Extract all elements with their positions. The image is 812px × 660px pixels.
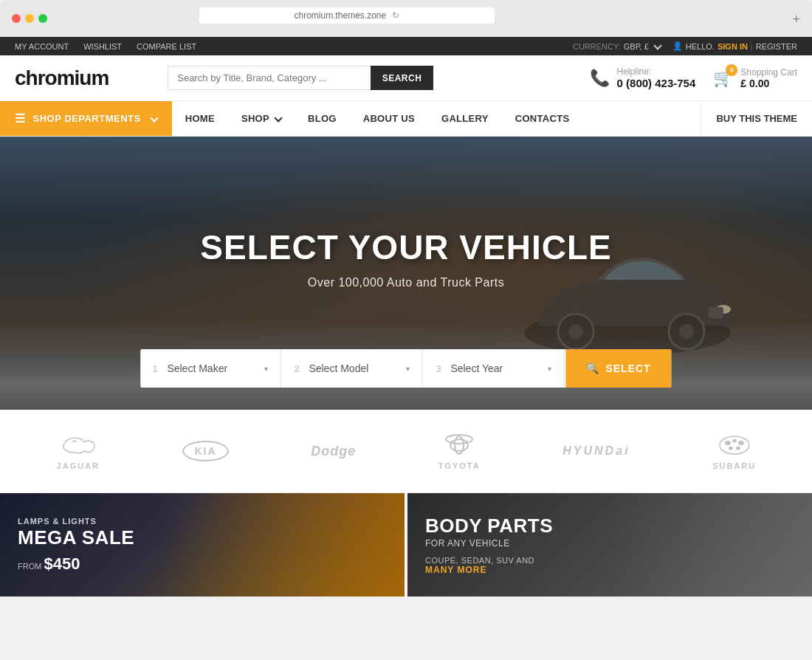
- shop-departments-label: SHOP DEPARTMENTS: [33, 113, 141, 124]
- separator: |: [751, 42, 753, 51]
- kia-logo: KIA: [182, 438, 228, 464]
- buy-theme-button[interactable]: BUY THIS THEME: [701, 103, 812, 134]
- cart-section[interactable]: 🛒 0 Shopping Cart £ 0.00: [713, 67, 797, 89]
- year-select[interactable]: Select Year: [450, 362, 545, 374]
- brand-hyundai[interactable]: HYUNDai: [562, 438, 630, 464]
- nav-blog[interactable]: BLOG: [295, 103, 350, 134]
- window-controls: [12, 8, 47, 30]
- shop-departments-chevron-icon: [150, 114, 158, 122]
- promo-card-lamps[interactable]: LAMPS & LIGHTS MEGA SALE FROM $450: [0, 493, 405, 597]
- logo[interactable]: chromium: [15, 66, 109, 90]
- cart-price: £ 0.00: [740, 78, 797, 89]
- promo-lamps-from: FROM $450: [18, 554, 134, 573]
- close-window-button[interactable]: [12, 14, 21, 23]
- kia-text: KIA: [182, 441, 228, 461]
- helpline-info: Helpline: 0 (800) 423-754: [617, 66, 696, 89]
- maximize-window-button[interactable]: [38, 14, 47, 23]
- toyota-logo: [441, 432, 478, 458]
- svg-point-15: [736, 447, 740, 450]
- svg-point-14: [729, 447, 733, 450]
- brand-subaru[interactable]: SUBARU: [712, 432, 756, 470]
- toyota-name: TOYOTA: [438, 461, 481, 470]
- year-step-num: 3: [436, 363, 444, 374]
- model-dropdown-icon: ▾: [406, 365, 410, 373]
- promo-section: LAMPS & LIGHTS MEGA SALE FROM $450 BODY …: [0, 493, 812, 597]
- select-button-label: SELECT: [605, 362, 650, 374]
- register-link[interactable]: REGISTER: [756, 42, 797, 51]
- nav-about[interactable]: ABOUT US: [350, 103, 428, 134]
- helpline-number: 0 (800) 423-754: [617, 77, 696, 89]
- svg-point-7: [450, 439, 468, 451]
- brand-toyota[interactable]: TOYOTA: [438, 432, 481, 470]
- nav-gallery[interactable]: GALLERY: [428, 103, 502, 134]
- new-tab-button[interactable]: +: [792, 12, 800, 27]
- promo-body-link[interactable]: MANY MORE: [425, 564, 553, 574]
- shop-dropdown-icon: [274, 114, 282, 122]
- currency-label: CURRENCY:: [573, 42, 621, 51]
- search-button[interactable]: SEARCH: [371, 66, 434, 90]
- top-bar-links: MY ACCOUNT WISHLIST COMPARE LIST: [15, 42, 196, 51]
- top-bar-right: CURRENCY: GBP, £ 👤 HELLO. SIGN IN | REGI…: [573, 41, 797, 51]
- search-area: SEARCH: [168, 66, 433, 90]
- compare-list-link[interactable]: COMPARE LIST: [137, 42, 196, 51]
- promo-body-detail: COUPE, SEDAN, SUV AND MANY MORE: [425, 555, 553, 574]
- subaru-name: SUBARU: [712, 461, 756, 470]
- vehicle-selector: 1 Select Maker ▾ 2 Select Model ▾ 3 Sele…: [140, 349, 671, 388]
- dodge-text: Dodge: [311, 444, 356, 459]
- hyundai-text: HYUNDai: [562, 444, 630, 458]
- user-section: 👤 HELLO. SIGN IN | REGISTER: [672, 41, 797, 51]
- refresh-icon[interactable]: ↻: [392, 10, 399, 21]
- minimize-window-button[interactable]: [25, 14, 34, 23]
- maker-select[interactable]: Select Maker: [167, 362, 261, 374]
- currency-selector[interactable]: CURRENCY: GBP, £: [573, 42, 661, 51]
- page-wrapper: MY ACCOUNT WISHLIST COMPARE LIST CURRENC…: [0, 37, 812, 597]
- shop-departments-button[interactable]: ☰ SHOP DEPARTMENTS: [0, 101, 172, 136]
- hero-content: SELECT YOUR VEHICLE Over 100,000 Auto an…: [200, 227, 611, 289]
- cart-label: Shopping Cart: [740, 67, 797, 78]
- hero-title: SELECT YOUR VEHICLE: [200, 227, 611, 267]
- select-search-icon: 🔍: [586, 362, 599, 374]
- maker-dropdown-icon: ▾: [264, 365, 268, 373]
- brand-kia[interactable]: KIA: [182, 438, 228, 464]
- address-bar[interactable]: chromium.themes.zone ↻: [199, 7, 495, 24]
- from-label: FROM: [18, 561, 41, 570]
- svg-point-12: [732, 439, 737, 443]
- url-text: chromium.themes.zone: [294, 10, 386, 21]
- currency-dropdown-icon: [653, 41, 661, 49]
- model-step-num: 2: [294, 363, 303, 374]
- cart-icon-wrap: 🛒 0: [713, 69, 733, 88]
- navigation: ☰ SHOP DEPARTMENTS HOME SHOP BLOG ABOUT …: [0, 101, 812, 137]
- wishlist-link[interactable]: WISHLIST: [83, 42, 122, 51]
- svg-point-4: [679, 324, 694, 339]
- brand-jaguar[interactable]: JAGUAR: [56, 432, 100, 470]
- search-input[interactable]: [168, 66, 370, 90]
- maker-selector-item: 1 Select Maker ▾: [140, 349, 281, 388]
- subaru-logo: [716, 432, 753, 458]
- year-dropdown-icon: ▾: [548, 365, 551, 373]
- promo-body-sub: FOR ANY VEHICLE: [425, 537, 553, 548]
- sign-in-link[interactable]: SIGN IN: [718, 42, 748, 51]
- model-selector-item: 2 Select Model ▾: [282, 349, 422, 388]
- hamburger-icon: ☰: [15, 111, 26, 126]
- nav-shop[interactable]: SHOP: [228, 103, 295, 134]
- nav-contacts[interactable]: CONTACTS: [502, 103, 583, 134]
- helpline: 📞 Helpline: 0 (800) 423-754: [590, 66, 696, 89]
- header: chromium SEARCH 📞 Helpline: 0 (800) 423-…: [0, 55, 812, 101]
- hero-subtitle: Over 100,000 Auto and Truck Parts: [200, 276, 611, 289]
- nav-home[interactable]: HOME: [172, 103, 228, 134]
- hero-section: SELECT YOUR VEHICLE Over 100,000 Auto an…: [0, 137, 812, 410]
- top-bar: MY ACCOUNT WISHLIST COMPARE LIST CURRENC…: [0, 37, 812, 55]
- promo-body-detail-text: COUPE, SEDAN, SUV AND: [425, 555, 553, 564]
- brands-section: JAGUAR KIA Dodge TOYOTA: [0, 410, 812, 493]
- currency-value: GBP, £: [624, 42, 649, 51]
- promo-lamps-small: LAMPS & LIGHTS: [18, 517, 134, 526]
- promo-body-content: BODY PARTS FOR ANY VEHICLE COUPE, SEDAN,…: [425, 515, 553, 575]
- promo-lamps-price: $450: [44, 554, 80, 572]
- svg-rect-6: [709, 307, 723, 318]
- promo-card-body[interactable]: BODY PARTS FOR ANY VEHICLE COUPE, SEDAN,…: [407, 493, 812, 597]
- model-select[interactable]: Select Model: [309, 362, 403, 374]
- brand-dodge[interactable]: Dodge: [311, 438, 356, 464]
- helpline-label: Helpline:: [617, 66, 696, 77]
- select-vehicle-button[interactable]: 🔍 SELECT: [565, 349, 671, 388]
- my-account-link[interactable]: MY ACCOUNT: [15, 42, 69, 51]
